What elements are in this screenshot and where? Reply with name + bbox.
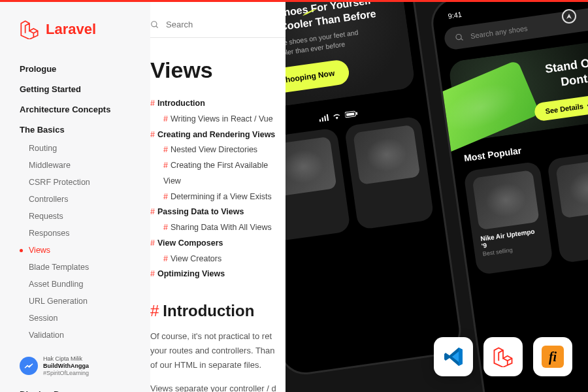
shoe-image xyxy=(353,125,420,185)
nav-section-prologue[interactable]: Prologue xyxy=(20,59,150,79)
brand-name: Laravel xyxy=(46,21,96,38)
search-input[interactable] xyxy=(166,20,286,29)
toc-item[interactable]: #Optimizing Views xyxy=(150,267,286,282)
nav-section-basics[interactable]: The Basics xyxy=(20,120,150,140)
toc-item[interactable]: #Introduction xyxy=(150,96,286,112)
attribution-logo-icon xyxy=(20,357,38,375)
search-icon xyxy=(454,33,465,43)
intro-paragraph-1: Of course, it's not practical to ret you… xyxy=(150,329,286,372)
nav-item-middleware[interactable]: Middleware xyxy=(20,157,150,174)
docs-panel: Laravel Prologue Getting Started Archite… xyxy=(0,0,286,392)
badge-line1: Hak Cipta Milik xyxy=(43,355,89,363)
page-title: Views xyxy=(150,57,286,83)
intro-paragraph-2: Views separate your controller / d are s… xyxy=(150,382,286,392)
compass-icon[interactable] xyxy=(562,9,576,24)
battery-icon xyxy=(345,110,359,118)
laravel-logo-icon xyxy=(20,20,39,39)
svg-line-1 xyxy=(156,25,158,27)
fi-icon: fi xyxy=(542,346,564,368)
tool-figma[interactable]: fi xyxy=(533,337,572,376)
search-icon xyxy=(150,20,159,29)
wifi-icon xyxy=(332,112,342,120)
toc-item[interactable]: #Passing Data to Views xyxy=(150,204,286,220)
svg-point-5 xyxy=(455,34,461,40)
nav-item-session[interactable]: Session xyxy=(20,310,150,327)
nav-item-views[interactable]: Views xyxy=(20,242,150,259)
table-of-contents: #Introduction #Writing Views in React / … xyxy=(150,96,286,282)
product-card[interactable] xyxy=(286,127,351,242)
nav-item-validation[interactable]: Validation xyxy=(20,327,150,344)
toc-item[interactable]: #View Composers xyxy=(150,236,286,252)
toc-item[interactable]: #Creating and Rendering Views xyxy=(150,127,286,143)
nav-item-responses[interactable]: Responses xyxy=(20,225,150,242)
nav-section-getting-started[interactable]: Getting Started xyxy=(20,79,150,99)
toc-item[interactable]: #View Creators xyxy=(150,252,286,267)
nav-item-routing[interactable]: Routing xyxy=(20,140,150,157)
nike-swoosh-icon xyxy=(301,9,317,17)
see-details-button[interactable]: See Details xyxy=(534,93,588,122)
nav-item-url-generation[interactable]: URL Generation xyxy=(20,293,150,310)
toc-item[interactable]: #Creating the First Available View xyxy=(150,158,286,189)
svg-line-6 xyxy=(461,39,463,41)
nav-section-digging[interactable]: Digging Deeper xyxy=(20,384,150,392)
product-card[interactable]: Nike Air Uptempo '9 Best selling xyxy=(463,161,553,275)
nav-item-controllers[interactable]: Controllers xyxy=(20,191,150,208)
sidebar: Laravel Prologue Getting Started Archite… xyxy=(0,0,150,392)
attribution-badge: Hak Cipta Milik BuildWithAngga #SpiritOf… xyxy=(20,355,150,376)
section-heading-introduction: #Introduction xyxy=(150,302,286,320)
laravel-icon xyxy=(493,346,514,367)
nav-section-architecture[interactable]: Architecture Concepts xyxy=(20,99,150,120)
toc-item[interactable]: #Writing Views in React / Vue xyxy=(150,112,286,127)
badge-line3: #SpiritOfLearning xyxy=(43,370,89,377)
signal-icon xyxy=(319,114,329,122)
app-search-placeholder: Search any shoes xyxy=(470,24,528,40)
search-bar[interactable] xyxy=(150,13,286,38)
tool-laravel[interactable] xyxy=(483,337,523,376)
top-accent-bar xyxy=(0,0,588,2)
svg-rect-4 xyxy=(356,112,358,115)
main-content: Views #Introduction #Writing Views in Re… xyxy=(150,0,286,392)
svg-point-0 xyxy=(152,21,157,26)
tool-tray: fi xyxy=(434,337,572,376)
shoe-image xyxy=(286,137,337,197)
shop-now-button[interactable]: Shooping Now xyxy=(286,59,351,95)
app-preview-panel: Get Shoes For Yourselfook Cooler Than Be… xyxy=(286,0,588,392)
product-card[interactable] xyxy=(344,116,434,230)
vscode-icon xyxy=(443,346,464,367)
toc-item[interactable]: #Sharing Data With All Views xyxy=(150,220,286,236)
nav-item-requests[interactable]: Requests xyxy=(20,208,150,225)
toc-item[interactable]: #Determining if a View Exists xyxy=(150,189,286,205)
brand-logo[interactable]: Laravel xyxy=(20,20,150,39)
shoe-image-green xyxy=(428,59,540,154)
shoe-image xyxy=(555,158,588,218)
status-time: 9:41 xyxy=(448,10,463,20)
tool-vscode[interactable] xyxy=(434,337,473,376)
nav-item-blade[interactable]: Blade Templates xyxy=(20,259,150,276)
svg-rect-3 xyxy=(346,112,354,116)
shoe-image xyxy=(472,170,540,230)
nav-item-asset-bundling[interactable]: Asset Bundling xyxy=(20,276,150,293)
badge-line2: BuildWithAngga xyxy=(43,363,89,370)
product-card[interactable] xyxy=(547,149,588,263)
nav-item-csrf[interactable]: CSRF Protection xyxy=(20,174,150,191)
toc-item[interactable]: #Nested View Directories xyxy=(150,142,286,158)
